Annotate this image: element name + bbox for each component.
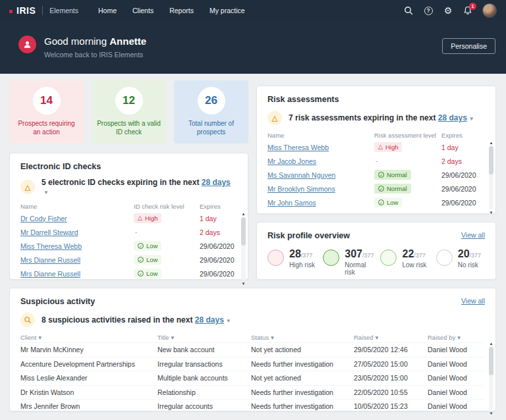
raised-cell: 29/05/2020 12:46 xyxy=(354,346,428,354)
client-name-link[interactable]: Miss Theresa Webb xyxy=(20,242,134,250)
nav-menu-item[interactable]: Home xyxy=(98,7,117,14)
risk-level-badge: High xyxy=(134,213,161,223)
table-row: Mrs Dianne Russell Low 29/06/2020 xyxy=(20,253,237,267)
scroll-thumb[interactable] xyxy=(489,347,493,375)
suspicious-view-all-link[interactable]: View all xyxy=(461,297,485,305)
risk-profile-view-all-link[interactable]: View all xyxy=(461,231,485,239)
client-cell: Dr Kristin Watson xyxy=(20,388,157,396)
client-name-link[interactable]: Ms Savannah Nguyen xyxy=(267,171,374,179)
ra-summary: △ 7 risk assessments expiring in the nex… xyxy=(257,104,495,125)
help-icon[interactable]: ? xyxy=(423,5,434,16)
nav-menu-item[interactable]: Clients xyxy=(132,7,154,14)
client-cell: Mr Marvin McKinney xyxy=(20,346,157,354)
status-cell: Not yet actioned xyxy=(251,346,354,354)
client-cell: Miss Leslie Alexander xyxy=(20,374,157,382)
expires-value: 29/06/2020 xyxy=(441,171,485,179)
client-name-link[interactable]: Mr John Samos xyxy=(267,199,374,207)
column-header-sortable[interactable]: Raised by▾ xyxy=(428,334,485,341)
column-header: Expires xyxy=(200,203,237,210)
chevron-down-icon[interactable]: ▼ xyxy=(43,190,49,196)
risk-profile-stat: 28/377 High risk xyxy=(267,248,316,276)
status-cell: Needs further investigation xyxy=(251,388,354,396)
chevron-down-icon[interactable]: ▼ xyxy=(226,318,231,324)
ra-scrollbar[interactable]: ▲ ▼ xyxy=(488,141,494,215)
table-row[interactable]: Dr Kristin Watson Relationship Needs fur… xyxy=(20,385,485,400)
scroll-down-icon[interactable]: ▼ xyxy=(490,211,493,215)
scroll-up-icon[interactable]: ▲ xyxy=(242,212,246,216)
table-row[interactable]: Miss Leslie Alexander Multiple bank acco… xyxy=(20,371,485,385)
risk-level-icon xyxy=(138,257,144,263)
greeting-text: Good morning Annette xyxy=(44,36,146,47)
expires-value: 29/06/2020 xyxy=(441,199,485,207)
electronic-id-checks-panel: Electronic ID checks △ 5 electronic ID c… xyxy=(9,153,248,280)
client-name-link[interactable]: Miss Theresa Webb xyxy=(267,144,374,151)
scroll-up-icon[interactable]: ▲ xyxy=(490,342,493,346)
column-header-sortable[interactable]: Status▾ xyxy=(251,334,354,341)
sa-scrollbar[interactable]: ▲ ▼ xyxy=(488,342,494,415)
raised-by-cell: Daniel Wood xyxy=(428,374,485,382)
settings-gear-icon[interactable]: ⚙ xyxy=(443,5,453,16)
table-row: Mr Jacob Jones - 2 days xyxy=(267,154,485,168)
sa-days-filter-link[interactable]: 28 days xyxy=(195,315,224,325)
table-row[interactable]: Mr Marvin McKinney New bank account Not … xyxy=(20,342,485,357)
notifications-bell-icon[interactable]: 1 xyxy=(463,5,473,16)
panel-title: Risk profile overview xyxy=(267,231,350,240)
client-name-link[interactable]: Mrs Dianne Russell xyxy=(20,256,134,264)
risk-level-badge: Low xyxy=(374,197,402,207)
risk-total: /377 xyxy=(362,252,374,259)
expires-value: 2 days xyxy=(200,228,237,236)
stat-label: Prospects requiring an action xyxy=(14,119,80,136)
raised-by-cell: Daniel Wood xyxy=(428,402,485,410)
risk-count: 20/377 xyxy=(458,248,481,260)
eid-scrollbar[interactable]: ▲ ▼ xyxy=(240,212,246,286)
risk-level-badge: - xyxy=(134,227,141,237)
risk-level-badge: Normal xyxy=(374,184,411,194)
table-row[interactable]: Accenture Development Partnerships Irreg… xyxy=(20,357,485,371)
column-header: Name xyxy=(20,203,134,210)
stat-card[interactable]: 12 Prospects with a valid ID check xyxy=(92,80,166,144)
brand-logo[interactable]: IRIS Elements xyxy=(9,5,78,16)
title-cell: Relationship xyxy=(157,388,251,396)
client-name-link[interactable]: Mr Darrell Steward xyxy=(20,228,134,236)
sa-table: Client▾ Title▾ Status▾ Raised▾ Raised by… xyxy=(10,327,495,413)
scroll-down-icon[interactable]: ▼ xyxy=(242,282,246,286)
scroll-thumb[interactable] xyxy=(489,146,493,174)
client-name-link[interactable]: Dr Cody Fisher xyxy=(20,215,134,223)
column-header-sortable[interactable]: Raised▾ xyxy=(354,334,428,341)
chevron-down-icon[interactable]: ▼ xyxy=(469,116,474,122)
nav-menu-item[interactable]: Reports xyxy=(169,7,194,14)
client-name-link[interactable]: Mr Brooklyn Simmons xyxy=(267,185,374,193)
risk-profile-overview-panel: Risk profile overview View all 28/377 Hi… xyxy=(256,222,496,280)
table-row: Dr Cody Fisher High 1 day xyxy=(20,211,237,225)
eid-days-filter-link[interactable]: 28 days xyxy=(202,178,231,187)
table-row: Mr John Samos Low 29/06/2020 xyxy=(267,196,485,209)
client-name-link[interactable]: Mr Jacob Jones xyxy=(267,157,374,165)
nav-menu-item[interactable]: My practice xyxy=(210,7,245,14)
scroll-up-icon[interactable]: ▲ xyxy=(490,141,493,145)
warning-triangle-icon: △ xyxy=(20,180,35,194)
panel-title: Suspicious activity xyxy=(20,297,95,306)
scroll-down-icon[interactable]: ▼ xyxy=(490,411,493,415)
raised-by-cell: Daniel Wood xyxy=(428,346,485,354)
top-nav: IRIS Elements Home Clients Reports My pr… xyxy=(0,0,506,21)
table-row: Miss Theresa Webb Low 29/06/2020 xyxy=(20,239,237,253)
brand-name: IRIS xyxy=(16,5,36,16)
greeting-user-icon xyxy=(18,36,36,53)
column-header-sortable[interactable]: Client▾ xyxy=(20,334,157,341)
personalise-button[interactable]: Personalise xyxy=(442,38,495,54)
nav-menu: Home Clients Reports My practice xyxy=(98,7,245,14)
risk-profile-stat: 20/377 No risk xyxy=(436,248,485,276)
client-name-link[interactable]: Mrs Dianne Russell xyxy=(20,270,134,278)
table-row[interactable]: Mrs Jennifer Brown Irregular accounts Ne… xyxy=(20,399,485,413)
ra-days-filter-link[interactable]: 28 days xyxy=(438,113,467,122)
stat-card[interactable]: 14 Prospects requiring an action xyxy=(9,80,84,144)
risk-level-badge: Low xyxy=(134,269,161,278)
risk-profile-stat: 307/377 Normal risk xyxy=(323,248,374,276)
search-icon[interactable] xyxy=(403,5,414,16)
column-header-sortable[interactable]: Title▾ xyxy=(157,334,251,341)
scroll-thumb[interactable] xyxy=(241,217,246,246)
table-row: Mrs Dianne Russell Low 29/06/2020 xyxy=(20,267,237,280)
user-avatar[interactable] xyxy=(482,3,497,18)
stat-card[interactable]: 26 Total number of prospects xyxy=(174,80,248,144)
risk-level-badge: - xyxy=(374,156,381,166)
